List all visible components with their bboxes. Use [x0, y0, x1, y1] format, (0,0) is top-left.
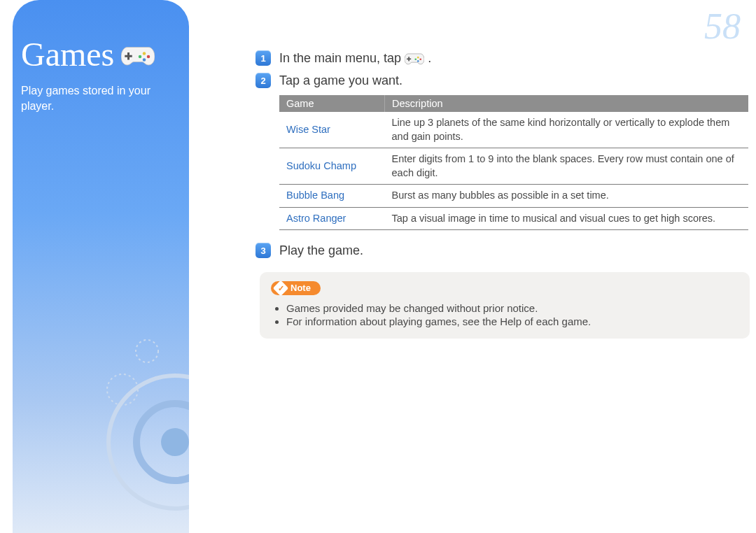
- game-name: Wise Star: [279, 112, 385, 148]
- step-2-text: Tap a game you want.: [279, 73, 402, 88]
- content: 1 In the main menu, tap .: [255, 50, 728, 339]
- sidebar: Games Play games stored in your player.: [13, 0, 189, 533]
- step-1-prefix: In the main menu, tap: [279, 51, 405, 65]
- table-row: Bubble Bang Burst as many bubbles as pos…: [279, 185, 748, 208]
- note-box: ✓ Note Games provided may be changed wit…: [260, 272, 750, 339]
- note-list: Games provided may be changed without pr…: [271, 302, 738, 327]
- game-controller-icon: [121, 43, 155, 66]
- game-desc: Line up 3 planets of the same kind horiz…: [385, 112, 749, 148]
- note-badge: ✓ Note: [271, 281, 321, 295]
- games-table: Game Description Wise Star Line up 3 pla…: [279, 95, 748, 230]
- note-label: Note: [290, 283, 311, 293]
- svg-rect-15: [407, 58, 411, 59]
- note-check-icon: ✓: [273, 280, 289, 297]
- manual-page: Games Play games stored in your player. …: [0, 0, 756, 533]
- table-header-row: Game Description: [279, 95, 748, 112]
- step-2: 2 Tap a game you want.: [255, 73, 728, 88]
- game-name: Sudoku Champ: [279, 148, 385, 185]
- svg-rect-1: [125, 55, 133, 57]
- step-1: 1 In the main menu, tap .: [255, 50, 728, 66]
- game-desc: Burst as many bubbles as possible in a s…: [385, 185, 749, 208]
- game-controller-icon: [405, 51, 424, 65]
- game-name: Bubble Bang: [279, 185, 385, 208]
- game-name: Astro Ranger: [279, 207, 385, 230]
- step-1-text: In the main menu, tap .: [279, 51, 431, 66]
- page-subtitle: Play games stored in your player.: [21, 83, 175, 113]
- step-3-text: Play the game.: [279, 243, 363, 258]
- svg-point-17: [420, 58, 422, 60]
- step-3: 3 Play the game.: [255, 243, 728, 258]
- svg-point-19: [415, 58, 417, 60]
- svg-point-2: [143, 52, 146, 55]
- col-game: Game: [279, 95, 385, 112]
- page-number: 58: [704, 6, 741, 47]
- svg-point-5: [139, 55, 142, 58]
- col-description: Description: [385, 95, 749, 112]
- game-desc: Tap a visual image in time to musical an…: [385, 207, 749, 230]
- svg-point-18: [417, 60, 419, 62]
- content-panel: 58 1 In the main menu, tap .: [189, 0, 756, 533]
- table-row: Astro Ranger Tap a visual image in time …: [279, 207, 748, 230]
- page-title-text: Games: [21, 35, 114, 73]
- step-1-suffix: .: [428, 51, 431, 65]
- svg-point-16: [417, 56, 419, 58]
- svg-point-4: [143, 58, 146, 62]
- step-number-badge: 2: [255, 73, 271, 88]
- note-item: Games provided may be changed without pr…: [286, 302, 738, 314]
- game-desc: Enter digits from 1 to 9 into the blank …: [385, 148, 749, 185]
- table-row: Wise Star Line up 3 planets of the same …: [279, 112, 748, 148]
- table-row: Sudoku Champ Enter digits from 1 to 9 in…: [279, 148, 748, 185]
- step-number-badge: 3: [255, 243, 271, 258]
- step-number-badge: 1: [255, 50, 271, 66]
- svg-point-3: [147, 55, 150, 58]
- note-item: For information about playing games, see…: [286, 315, 738, 327]
- page-title: Games: [21, 35, 175, 73]
